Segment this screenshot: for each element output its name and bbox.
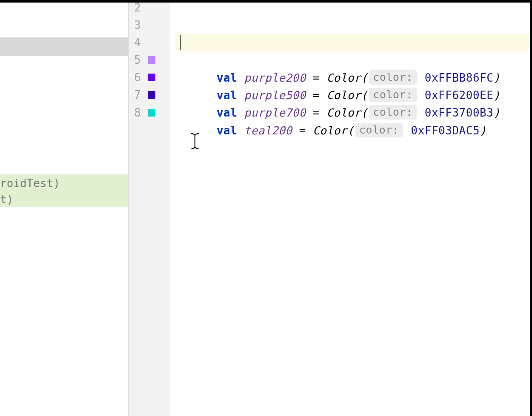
color-swatch-purple700[interactable]	[148, 91, 155, 99]
code-line-4-active[interactable]	[175, 34, 530, 51]
code-line-2[interactable]	[175, 0, 530, 17]
line-number-3[interactable]: 3	[128, 16, 141, 34]
text-cursor-icon	[191, 133, 199, 154]
keyword-val: val	[217, 124, 237, 137]
project-item-2[interactable]: t)	[0, 193, 13, 206]
param-hint: color:	[355, 123, 403, 137]
project-selection-bar	[0, 37, 128, 56]
color-swatch-purple200[interactable]	[148, 56, 155, 64]
code-line-8[interactable]: val teal200 = Color(color: 0xFF03DAC5)	[175, 104, 530, 122]
type-color: Color	[313, 124, 347, 137]
code-line-3[interactable]: import androidx.compose.ui.graphics.Colo…	[175, 16, 530, 34]
var-teal200: teal200	[244, 124, 292, 137]
line-number-2[interactable]: 2	[128, 0, 141, 17]
line-number-5[interactable]: 5	[128, 51, 141, 69]
project-panel[interactable]: roidTest) t)	[0, 3, 129, 416]
project-item-1[interactable]: roidTest)	[0, 177, 60, 190]
hex-value: 0xFF03DAC5	[411, 124, 480, 137]
code-line-5[interactable]: val purple200 = Color(color: 0xFFBB86FC)	[175, 51, 530, 69]
line-number-8[interactable]: 8	[128, 104, 141, 122]
project-highlighted-items[interactable]: roidTest) t)	[0, 174, 128, 207]
editor-container: roidTest) t) 2 3 4 5 6 7 8 import androi…	[0, 0, 532, 416]
code-line-7[interactable]: val purple700 = Color(color: 0xFF3700B3)	[175, 86, 530, 104]
text-caret	[180, 35, 181, 50]
color-swatch-teal200[interactable]	[148, 109, 155, 117]
editor-gutter[interactable]: 2 3 4 5 6 7 8	[129, 3, 170, 416]
line-number-7[interactable]: 7	[128, 86, 141, 104]
line-number-6[interactable]: 6	[128, 68, 141, 86]
code-line-6[interactable]: val purple500 = Color(color: 0xFF6200EE)	[175, 68, 530, 86]
line-number-4[interactable]: 4	[128, 34, 141, 51]
code-editor[interactable]: import androidx.compose.ui.graphics.Colo…	[170, 3, 532, 416]
color-swatch-purple500[interactable]	[148, 74, 155, 81]
